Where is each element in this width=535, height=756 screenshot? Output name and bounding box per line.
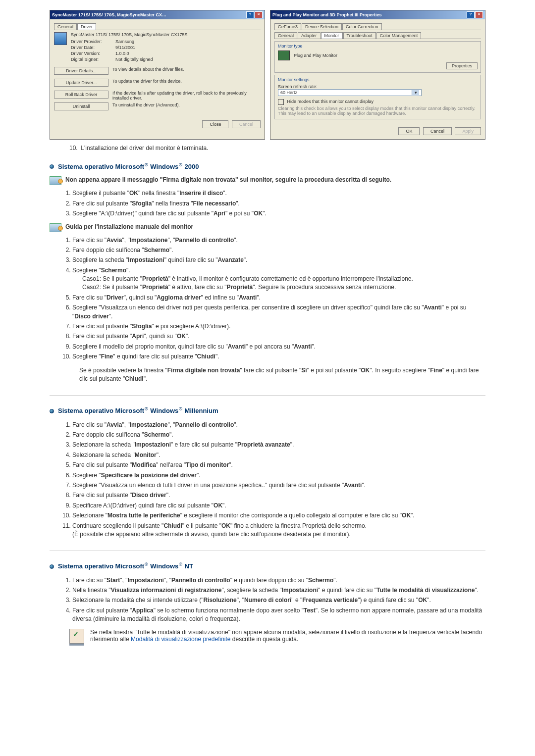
heading-winnt: Sistema operativo Microsoft® Windows® NT xyxy=(50,562,485,570)
note-2000: Se è possibile vedere la finestra "Firma… xyxy=(79,366,485,384)
section-winnt: Sistema operativo Microsoft® Windows® NT… xyxy=(50,562,485,643)
bullet-icon xyxy=(50,564,54,569)
divider xyxy=(50,395,485,396)
tab-colorcorr: Color Correction xyxy=(342,23,382,30)
rollback-driver-button: Roll Back Driver xyxy=(54,91,108,99)
hide-modes-checkbox xyxy=(278,99,284,105)
properties-button: Properties xyxy=(446,62,478,69)
tab-colormgmt: Color Management xyxy=(376,32,422,39)
apply-button: Apply xyxy=(455,127,481,135)
steps-2000a: Scegliere il pulsante "OK" nella finestr… xyxy=(63,189,485,218)
driver-properties-dialog: SyncMaster 171S/ 175S/ 170S, MagicSyncMa… xyxy=(50,10,265,140)
uninstall-button: Uninstall xyxy=(54,102,108,110)
steps-me: Fare clic su "Avvia", "Impostazione", "P… xyxy=(63,421,485,539)
note-nt: Se nella finestra "Tutte le modalità di … xyxy=(69,629,485,644)
bullet-icon xyxy=(50,164,54,169)
step-10-finish: 10. L'installazione del driver del monit… xyxy=(69,145,485,151)
monitor-icon xyxy=(278,50,290,60)
dialog2-title: Plug and Play Monitor and 3D Prophet III… xyxy=(272,12,382,17)
steps-2000b: Fare clic su "Avvia", "Impostazione", "P… xyxy=(63,236,485,361)
monitor-icon xyxy=(54,32,67,45)
close-button: Close xyxy=(202,120,228,128)
tab-general2: General xyxy=(274,32,297,39)
dialog-screenshots: SyncMaster 171S/ 175S/ 170S, MagicSyncMa… xyxy=(50,10,485,140)
preset-modes-link[interactable]: Modalità di visualizzazione predefinite xyxy=(131,636,230,643)
dialog1-title: SyncMaster 171S/ 175S/ 170S, MagicSyncMa… xyxy=(52,12,166,17)
heading-winme: Sistema operativo Microsoft® Windows® Mi… xyxy=(50,406,485,414)
note-icon xyxy=(50,176,61,185)
driver-details-button: Driver Details... xyxy=(54,67,108,75)
device-name: SyncMaster 171S/ 175S/ 170S, MagicSyncMa… xyxy=(71,32,261,37)
tab-adapter: Adapter xyxy=(298,32,321,39)
divider xyxy=(50,551,485,551)
note-icon xyxy=(50,223,61,232)
close-icon: × xyxy=(475,11,483,18)
tab-geforce: GeForce3 xyxy=(274,23,301,30)
check-icon xyxy=(69,629,84,644)
tab-devsel: Device Selection xyxy=(302,23,342,30)
steps-nt: Fare clic su "Start", "Impostazioni", "P… xyxy=(63,576,485,624)
tab-driver: Driver xyxy=(77,23,96,30)
section-winme: Sistema operativo Microsoft® Windows® Mi… xyxy=(50,406,485,539)
cancel-button: Cancel xyxy=(423,127,452,135)
help-icon: ? xyxy=(246,11,254,18)
tab-monitor: Monitor xyxy=(321,32,343,39)
monitor-properties-dialog: Plug and Play Monitor and 3D Prophet III… xyxy=(270,10,485,140)
update-driver-button: Update Driver... xyxy=(54,79,108,87)
refresh-rate-select: 60 Hertz ▾ xyxy=(278,89,422,96)
cancel-button: Cancel xyxy=(232,120,261,128)
tab-general: General xyxy=(54,23,77,30)
ok-button: OK xyxy=(398,127,420,135)
chevron-down-icon: ▾ xyxy=(412,90,419,95)
help-icon: ? xyxy=(467,11,475,18)
close-icon: × xyxy=(255,11,263,18)
bullet-icon xyxy=(50,409,54,413)
section-win2000: Sistema operativo Microsoft® Windows® 20… xyxy=(50,162,485,383)
tab-troubleshoot: Troubleshoot xyxy=(343,32,376,39)
heading-win2000: Sistema operativo Microsoft® Windows® 20… xyxy=(50,162,485,170)
